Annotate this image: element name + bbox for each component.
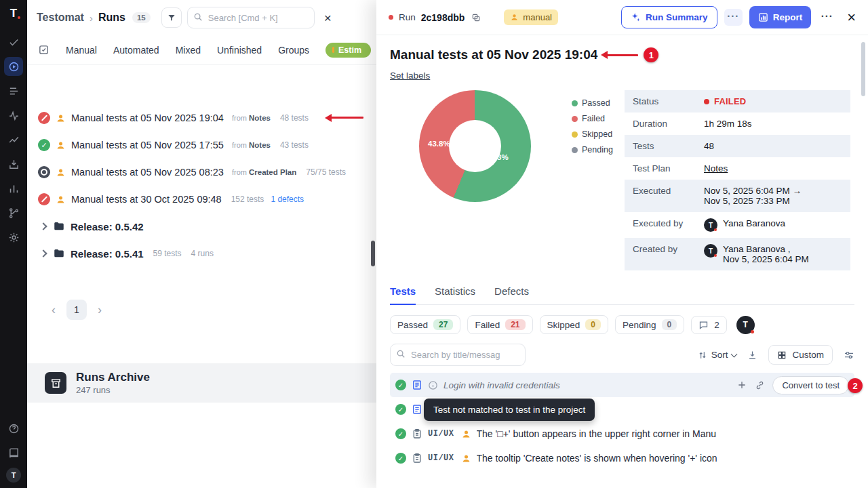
run-row[interactable]: Manual tests at 05 Nov 2025 19:04 from N…	[27, 104, 376, 131]
report-button[interactable]: Report	[749, 6, 812, 28]
run-row[interactable]: Manual tests at 30 Oct 2025 09:48 152 te…	[27, 186, 376, 213]
check-icon[interactable]	[4, 33, 23, 52]
summary-more-button[interactable]	[724, 9, 743, 26]
chart-legend: Passed Failed Skipped Pending	[572, 98, 613, 270]
sort-dropdown[interactable]: Sort	[698, 350, 737, 360]
run-detail-body: Manual tests at 05 Nov 2025 19:04 1 Set …	[376, 35, 868, 488]
breadcrumb-section[interactable]: Runs	[98, 12, 125, 24]
tests-toolbar: Sort Custom	[390, 344, 854, 366]
custom-columns-button[interactable]: Custom	[768, 345, 833, 365]
panel-scrollbar[interactable]	[371, 241, 375, 266]
convert-to-test-button[interactable]: Convert to test	[772, 376, 849, 394]
set-labels-link[interactable]: Set labels	[390, 70, 430, 81]
tab-tests[interactable]: Tests	[390, 285, 416, 305]
tests-list: Login with invalid credentials Convert t…	[390, 373, 854, 470]
list-icon[interactable]	[4, 81, 23, 100]
run-info-table: Status FAILED Duration 1h 29m 18s Tests …	[625, 90, 850, 270]
trend-icon[interactable]	[4, 130, 23, 149]
close-search-button[interactable]	[324, 12, 332, 24]
app-logo-icon[interactable]: T	[10, 7, 17, 20]
assignee-avatar[interactable]: T	[736, 316, 755, 334]
run-tests-count: 152 tests	[231, 195, 264, 204]
download-button[interactable]	[747, 350, 757, 360]
run-row[interactable]: Manual tests at 05 Nov 2025 08:23 from C…	[27, 159, 376, 186]
manual-run-icon	[56, 113, 66, 123]
run-summary-button[interactable]: Run Summary	[621, 6, 717, 28]
runs-play-icon[interactable]	[4, 57, 23, 76]
run-row[interactable]: Manual tests at 05 Nov 2025 17:55 from N…	[27, 131, 376, 159]
batch-select-icon[interactable]	[38, 44, 50, 56]
branch-icon[interactable]	[4, 203, 23, 222]
user-avatar[interactable]: T	[704, 244, 717, 258]
run-tests-count: 75/75 tests	[306, 167, 346, 177]
add-icon[interactable]	[736, 380, 747, 390]
runs-archive[interactable]: Runs Archive 247 runs	[27, 363, 376, 403]
folder-row[interactable]: Release: 0.5.41 59 tests 4 runs	[27, 240, 376, 267]
page-number[interactable]: 1	[66, 300, 87, 320]
test-row[interactable]: UI/UX The '□+' button appears in the upp…	[390, 422, 854, 446]
runs-header: Testomat › Runs 15	[27, 0, 376, 35]
folder-runs-count: 4 runs	[191, 249, 214, 258]
annotation-badge-1: 1	[644, 47, 658, 62]
filter-failed[interactable]: Failed21	[467, 315, 532, 334]
manual-run-icon	[56, 140, 66, 150]
runs-list: Manual tests at 05 Nov 2025 19:04 from N…	[27, 65, 376, 267]
filter-comments[interactable]: 2	[691, 316, 727, 334]
archive-icon	[45, 372, 66, 394]
next-page-button[interactable]	[98, 303, 102, 317]
test-row[interactable]: Login with invalid credentials Convert t…	[390, 373, 854, 397]
tab-defects[interactable]: Defects	[494, 285, 529, 304]
filter-skipped[interactable]: Skipped0	[540, 315, 608, 334]
failed-dot-icon	[389, 15, 393, 20]
detail-scrollbar[interactable]	[861, 42, 865, 96]
user-avatar[interactable]: T	[6, 468, 21, 483]
grid-icon	[777, 350, 787, 360]
filter-pending[interactable]: Pending0	[615, 315, 684, 334]
filter-button[interactable]	[161, 7, 182, 28]
info-row-executed: Executed Nov 5, 2025 6:04 PM → Nov 5, 20…	[625, 180, 850, 212]
tests-search-input[interactable]	[390, 344, 526, 366]
view-settings-icon[interactable]	[844, 350, 854, 361]
run-from: from Notes	[232, 141, 271, 149]
filter-passed[interactable]: Passed27	[390, 315, 460, 334]
copy-run-id-button[interactable]	[470, 12, 482, 24]
help-icon[interactable]	[4, 419, 23, 438]
tab-automated[interactable]: Automated	[113, 45, 159, 56]
report-chart-icon	[758, 12, 768, 22]
tab-mixed[interactable]: Mixed	[176, 45, 201, 56]
docs-icon[interactable]	[4, 443, 23, 462]
gear-icon[interactable]	[4, 228, 23, 247]
tab-groups[interactable]: Groups	[278, 45, 309, 56]
runs-count-badge: 15	[132, 12, 151, 23]
info-row-created-by: Created by TYana Baranova , Nov 5, 2025 …	[625, 238, 850, 270]
close-panel-button[interactable]	[847, 10, 856, 25]
test-row[interactable]: UI/UX The tooltip 'Create notes' is show…	[390, 446, 854, 470]
chevron-right-icon[interactable]	[39, 222, 47, 230]
activity-icon[interactable]	[4, 106, 23, 125]
test-title: Login with invalid credentials	[443, 380, 560, 390]
bar-chart-icon[interactable]	[4, 179, 23, 198]
runs-search-input[interactable]	[187, 7, 315, 28]
test-plan-link[interactable]: Notes	[704, 163, 728, 174]
tab-statistics[interactable]: Statistics	[435, 285, 475, 304]
breadcrumb-app[interactable]: Testomat	[37, 12, 84, 24]
test-case-icon	[412, 428, 422, 439]
run-defects-link[interactable]: 1 defects	[271, 195, 304, 204]
test-title: The '□+' button appears in the upper rig…	[477, 428, 717, 439]
folder-title: Release: 0.5.42	[71, 221, 144, 232]
manual-test-icon	[461, 429, 471, 439]
link-icon[interactable]	[755, 380, 765, 390]
tab-manual[interactable]: Manual	[66, 45, 97, 56]
manual-person-icon	[510, 13, 519, 22]
more-actions-button[interactable]	[818, 9, 836, 26]
import-icon[interactable]	[4, 155, 23, 174]
estimate-pill[interactable]: Estim	[326, 43, 371, 58]
folder-row[interactable]: Release: 0.5.42	[27, 213, 376, 240]
prev-page-button[interactable]	[52, 303, 56, 317]
test-tag: UI/UX	[428, 429, 454, 439]
info-row-test-plan: Test Plan Notes	[625, 157, 850, 180]
chevron-right-icon[interactable]	[39, 249, 47, 257]
tab-unfinished[interactable]: Unfinished	[217, 45, 262, 56]
legend-failed: Failed	[572, 114, 613, 123]
user-avatar[interactable]: T	[704, 218, 717, 232]
